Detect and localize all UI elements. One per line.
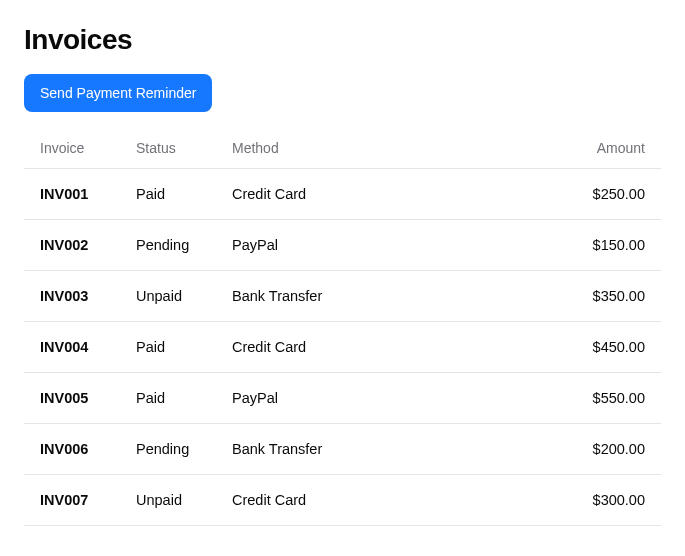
invoice-id-cell: INV001	[24, 169, 120, 220]
method-cell: Bank Transfer	[216, 424, 521, 475]
column-header-amount: Amount	[521, 128, 661, 169]
column-header-invoice: Invoice	[24, 128, 120, 169]
invoice-id-cell: INV007	[24, 475, 120, 526]
table-header-row: Invoice Status Method Amount	[24, 128, 661, 169]
invoice-id-cell: INV002	[24, 220, 120, 271]
amount-cell: $550.00	[521, 373, 661, 424]
send-payment-reminder-button[interactable]: Send Payment Reminder	[24, 74, 212, 112]
amount-cell: $200.00	[521, 424, 661, 475]
method-cell: Credit Card	[216, 169, 521, 220]
invoice-id-cell: INV004	[24, 322, 120, 373]
status-cell: Pending	[120, 424, 216, 475]
method-cell: Credit Card	[216, 322, 521, 373]
table-row: INV004PaidCredit Card$450.00	[24, 322, 661, 373]
invoice-id-cell: INV003	[24, 271, 120, 322]
column-header-status: Status	[120, 128, 216, 169]
table-row: INV001PaidCredit Card$250.00	[24, 169, 661, 220]
table-row: INV007UnpaidCredit Card$300.00	[24, 475, 661, 526]
column-header-method: Method	[216, 128, 521, 169]
amount-cell: $350.00	[521, 271, 661, 322]
method-cell: PayPal	[216, 220, 521, 271]
table-row: INV003UnpaidBank Transfer$350.00	[24, 271, 661, 322]
status-cell: Unpaid	[120, 271, 216, 322]
invoice-id-cell: INV006	[24, 424, 120, 475]
status-cell: Unpaid	[120, 475, 216, 526]
invoice-id-cell: INV005	[24, 373, 120, 424]
method-cell: Credit Card	[216, 475, 521, 526]
method-cell: PayPal	[216, 373, 521, 424]
table-row: INV005PaidPayPal$550.00	[24, 373, 661, 424]
amount-cell: $300.00	[521, 475, 661, 526]
status-cell: Paid	[120, 373, 216, 424]
method-cell: Bank Transfer	[216, 271, 521, 322]
page-title: Invoices	[24, 24, 661, 56]
amount-cell: $150.00	[521, 220, 661, 271]
invoices-table: Invoice Status Method Amount INV001PaidC…	[24, 128, 661, 526]
amount-cell: $450.00	[521, 322, 661, 373]
status-cell: Pending	[120, 220, 216, 271]
status-cell: Paid	[120, 322, 216, 373]
amount-cell: $250.00	[521, 169, 661, 220]
table-row: INV006PendingBank Transfer$200.00	[24, 424, 661, 475]
status-cell: Paid	[120, 169, 216, 220]
table-row: INV002PendingPayPal$150.00	[24, 220, 661, 271]
